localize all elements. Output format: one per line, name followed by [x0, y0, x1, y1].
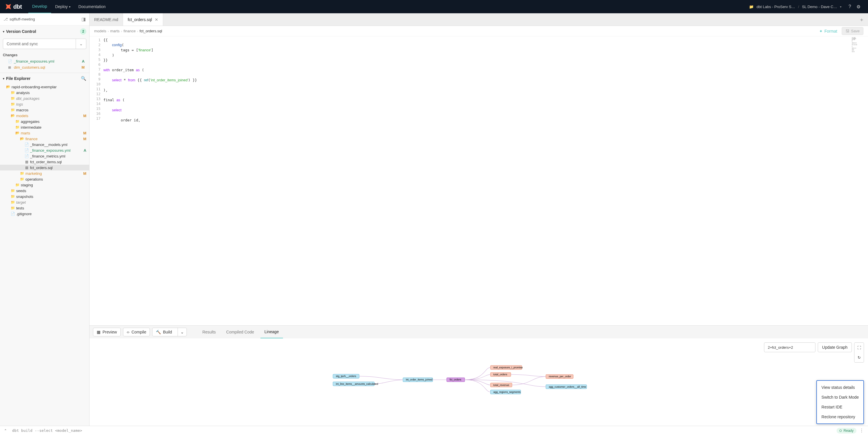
expand-icon[interactable]: ⛶ — [857, 345, 861, 350]
lineage-svg: stg_tpch__orders int_line_items__amounts… — [90, 338, 868, 426]
nav-deploy[interactable]: Deploy▾ — [51, 0, 74, 13]
results-panel: ▦Preview ‹›Compile 🔨Build ⌄ Results Comp… — [90, 325, 868, 426]
file-explorer-header[interactable]: ▾ File Explorer 🔍 — [0, 73, 89, 84]
breadcrumb[interactable]: finance — [124, 29, 136, 33]
update-graph-button[interactable]: Update Graph — [818, 342, 852, 352]
tree-row[interactable]: 📁snapshots — [0, 194, 89, 199]
account-switcher[interactable]: 📁 dbt Labs - ProServ S… / SL Demo - Dave… — [749, 5, 841, 9]
breadcrumb[interactable]: models — [94, 29, 106, 33]
menu-reclone[interactable]: Reclone repository — [817, 412, 863, 422]
status-dot-icon — [839, 430, 842, 432]
node-agg-customer-orders[interactable]: agg_customer_orders__all_time — [546, 385, 586, 389]
node-total-orders[interactable]: total_orders — [490, 372, 511, 376]
search-icon[interactable]: 🔍 — [81, 76, 86, 81]
lineage-selector-input[interactable] — [764, 342, 815, 352]
node-int-line-items[interactable]: int_line_items__amounts_calculated — [333, 381, 378, 386]
tree-row[interactable]: 📁analysis — [0, 90, 89, 96]
bottombar: ⌃ dbt build --select <model_name> Ready … — [0, 426, 868, 435]
folder-file-icon: 📁 — [10, 91, 15, 95]
tree-item-name: operations — [25, 177, 86, 181]
nav-documentation[interactable]: Documentation — [74, 0, 110, 13]
build-button[interactable]: 🔨Build ⌄ — [152, 328, 187, 336]
tree-row[interactable]: 📁operations — [0, 176, 89, 182]
tree-row[interactable]: 📁aggregates — [0, 119, 89, 124]
tree-item-name: seeds — [16, 189, 86, 193]
lineage-graph[interactable]: Update Graph ⛶ ↻ — [90, 338, 868, 426]
change-item[interactable]: ▦ dim_customers.sql M — [0, 64, 89, 70]
tab-readme[interactable]: README.md — [90, 13, 123, 26]
tree-row[interactable]: 📂modelsM — [0, 113, 89, 119]
hammer-icon: 🔨 — [156, 330, 161, 334]
menu-view-status[interactable]: View status details — [817, 382, 863, 392]
tree-item-name: marketing — [25, 171, 82, 176]
results-tab-lineage[interactable]: Lineage — [260, 326, 283, 338]
more-icon[interactable]: ⋮ — [859, 428, 864, 433]
preview-button[interactable]: ▦Preview — [93, 328, 121, 336]
help-icon[interactable]: ? — [845, 4, 854, 9]
tree-row[interactable]: ▦fct_order_items.sql — [0, 159, 89, 165]
tree-row[interactable]: 📁tests — [0, 205, 89, 211]
code-icon: ‹› — [127, 330, 129, 334]
commit-dropdown[interactable]: ⌄ — [76, 39, 86, 49]
tree-row[interactable]: 📁marketingM — [0, 170, 89, 176]
commit-and-sync-button[interactable]: Commit and sync ⌄ — [3, 39, 86, 49]
tree-row[interactable]: 📄_finance_exposures.ymlA — [0, 147, 89, 153]
compile-button[interactable]: ‹›Compile — [123, 328, 150, 336]
tree-row[interactable]: 📁macros — [0, 107, 89, 113]
nav-develop[interactable]: Develop — [28, 0, 51, 13]
menu-restart-ide[interactable]: Restart IDE — [817, 402, 863, 412]
changes-label: Changes — [0, 52, 89, 58]
node-int-order-items[interactable]: int_order_items_joined — [403, 378, 433, 381]
chevron-up-icon[interactable]: ⌃ — [4, 429, 7, 433]
tree-row[interactable]: 📁target — [0, 199, 89, 205]
branch-switcher[interactable]: ⎇ sqlfluff-meeting ◨ — [0, 13, 89, 25]
tree-row[interactable]: 📄_finance__models.yml — [0, 142, 89, 147]
svg-text:total_orders: total_orders — [494, 373, 507, 376]
gear-icon[interactable]: ⚙ — [854, 4, 863, 9]
node-agg-regions[interactable]: agg_regions_segments — [490, 390, 521, 394]
tree-row[interactable]: ▦fct_orders.sql — [0, 165, 89, 170]
tree-row[interactable]: 📂financeM — [0, 136, 89, 142]
editor-content[interactable]: {{ config( tags = ['finance'] ) }} with … — [103, 36, 868, 325]
tree-row[interactable]: 📄_finance_metrics.yml — [0, 153, 89, 159]
new-tab-button[interactable]: ＋ — [855, 13, 868, 26]
tree-row[interactable]: 📂rapid-onboarding-exemplar — [0, 84, 89, 90]
command-input[interactable]: dbt build --select <model_name> — [12, 428, 837, 433]
node-total-revenue[interactable]: total_revenue — [490, 383, 512, 387]
tree-item-name: fct_orders.sql — [30, 166, 86, 170]
tree-item-name: target — [16, 200, 86, 204]
tree-row[interactable]: 📁dbt_packages — [0, 96, 89, 101]
results-tab-compiled[interactable]: Compiled Code — [222, 326, 258, 338]
tree-row[interactable]: 📁intermediate — [0, 124, 89, 130]
node-stg-tpch-orders[interactable]: stg_tpch__orders — [333, 374, 359, 378]
logo[interactable]: dbt — [5, 3, 22, 10]
tree-row[interactable]: 📁staging — [0, 182, 89, 188]
tree-row[interactable]: 📁logs — [0, 101, 89, 107]
tree-item-name: finance — [25, 137, 82, 141]
node-real-exposure[interactable]: real_exposure_i_promise — [490, 366, 523, 370]
folder-file-icon: 📁 — [20, 177, 24, 181]
tree-row[interactable]: 📁seeds — [0, 188, 89, 194]
tree-row[interactable]: 📄.gitignore — [0, 211, 89, 216]
tree-row[interactable]: 📂martsM — [0, 130, 89, 136]
ide-status-ready[interactable]: Ready — [837, 428, 857, 434]
format-button[interactable]: ✦Format — [819, 29, 837, 33]
version-control-title: Version Control — [6, 29, 36, 34]
build-dropdown[interactable]: ⌄ — [178, 328, 187, 336]
ready-label: Ready — [843, 429, 854, 433]
node-revenue-per-order[interactable]: revenue_per_order — [546, 374, 573, 378]
refresh-icon[interactable]: ↻ — [858, 356, 861, 360]
code-editor[interactable]: 1234567891011121314151617 {{ config( tag… — [90, 36, 868, 325]
dbt-logo-icon — [5, 3, 11, 10]
node-fct-orders[interactable]: fct_orders — [447, 378, 465, 381]
folder-file-icon: 📄 — [10, 212, 15, 216]
close-icon[interactable]: ✕ — [155, 17, 158, 22]
version-control-header[interactable]: ▾ Version Control 2 — [0, 25, 89, 37]
change-item[interactable]: 📄 _finance_exposures.yml A — [0, 58, 89, 64]
tree-item-name: analysis — [16, 91, 86, 95]
results-tab-results[interactable]: Results — [198, 326, 220, 338]
panel-toggle-icon[interactable]: ◨ — [82, 16, 86, 22]
tab-fct-orders[interactable]: fct_orders.sql ✕ — [123, 13, 163, 26]
breadcrumb[interactable]: marts — [110, 29, 120, 33]
menu-dark-mode[interactable]: Switch to Dark Mode — [817, 392, 863, 402]
